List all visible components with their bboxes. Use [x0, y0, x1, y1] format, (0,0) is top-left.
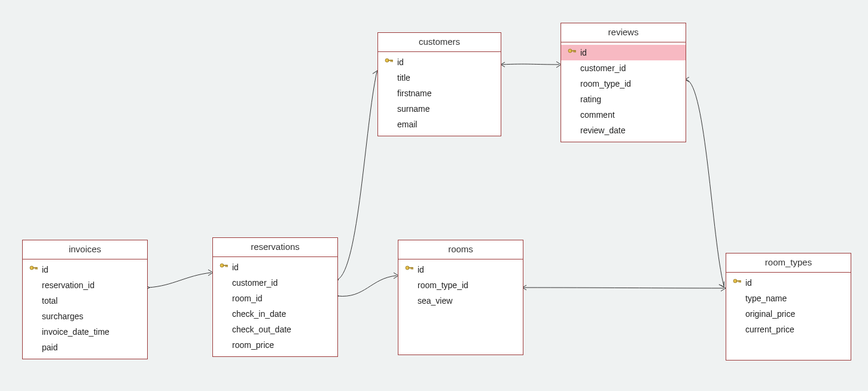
column-row[interactable]: sea_view: [398, 293, 523, 308]
column-name: surname: [395, 102, 430, 115]
key-icon: [566, 48, 578, 57]
column-row[interactable]: id: [213, 259, 337, 275]
column-list: id title firstname surname email: [378, 52, 501, 136]
column-name: id: [743, 276, 752, 289]
column-name: id: [39, 263, 48, 276]
column-name: id: [415, 263, 424, 276]
column-name: surcharges: [39, 310, 83, 323]
column-list: id customer_id room_type_id rating comme…: [561, 42, 686, 142]
table-reservations[interactable]: reservations id customer_id room_id chec…: [212, 237, 338, 357]
column-name: invoice_date_time: [39, 325, 109, 338]
column-name: id: [578, 46, 587, 59]
column-row[interactable]: current_price: [726, 322, 851, 337]
column-name: reservation_id: [39, 279, 95, 292]
column-row[interactable]: id: [23, 262, 147, 277]
column-row[interactable]: room_id: [213, 291, 337, 306]
column-row[interactable]: customer_id: [561, 60, 686, 76]
column-row[interactable]: invoice_date_time: [23, 324, 147, 340]
table-reviews[interactable]: reviews id customer_id room_type_id rati…: [561, 23, 686, 142]
key-icon: [28, 265, 39, 274]
column-name: current_price: [743, 323, 794, 336]
column-name: customer_id: [578, 62, 626, 75]
column-name: total: [39, 294, 57, 307]
column-name: check_out_date: [230, 323, 291, 336]
column-row[interactable]: id: [561, 45, 686, 60]
column-row[interactable]: room_type_id: [561, 76, 686, 91]
column-row[interactable]: room_type_id: [398, 277, 523, 293]
er-diagram-canvas[interactable]: invoices id reservation_id total surchar…: [0, 0, 868, 391]
column-name: email: [395, 118, 417, 131]
column-name: room_price: [230, 338, 274, 352]
column-row[interactable]: original_price: [726, 306, 851, 322]
table-title: reservations: [213, 238, 337, 257]
table-title: reviews: [561, 23, 686, 42]
column-name: id: [230, 261, 239, 274]
key-icon: [731, 279, 743, 287]
column-name: check_in_date: [230, 307, 286, 320]
column-row[interactable]: id: [378, 54, 501, 70]
column-row[interactable]: reservation_id: [23, 277, 147, 293]
column-row[interactable]: surname: [378, 101, 501, 117]
key-icon: [403, 265, 415, 274]
column-name: sea_view: [415, 294, 452, 307]
column-row[interactable]: email: [378, 117, 501, 132]
column-row[interactable]: type_name: [726, 291, 851, 306]
column-row[interactable]: paid: [23, 340, 147, 355]
column-row[interactable]: check_out_date: [213, 322, 337, 337]
column-name: comment: [578, 108, 615, 121]
column-name: rating: [578, 93, 601, 106]
table-room-types[interactable]: room_types id type_name original_price c…: [726, 253, 851, 361]
column-row[interactable]: customer_id: [213, 275, 337, 291]
column-name: title: [395, 71, 410, 84]
column-row[interactable]: comment: [561, 107, 686, 123]
table-title: invoices: [23, 240, 147, 259]
key-icon: [218, 263, 230, 271]
table-title: rooms: [398, 240, 523, 259]
column-name: room_type_id: [578, 77, 631, 90]
column-name: paid: [39, 341, 57, 354]
key-icon: [383, 58, 395, 66]
table-rooms[interactable]: rooms id room_type_id sea_view: [398, 240, 523, 355]
column-name: type_name: [743, 292, 787, 305]
column-row[interactable]: firstname: [378, 85, 501, 101]
column-name: original_price: [743, 307, 795, 320]
table-customers[interactable]: customers id title firstname surname ema…: [377, 32, 501, 136]
column-list: id reservation_id total surcharges invoi…: [23, 259, 147, 359]
column-list: id type_name original_price current_pric…: [726, 273, 851, 341]
column-name: room_id: [230, 292, 263, 305]
column-name: review_date: [578, 124, 626, 137]
column-row[interactable]: review_date: [561, 123, 686, 138]
column-row[interactable]: room_price: [213, 337, 337, 353]
column-name: firstname: [395, 87, 432, 100]
column-row[interactable]: rating: [561, 91, 686, 107]
column-row[interactable]: total: [23, 293, 147, 308]
table-title: room_types: [726, 253, 851, 273]
column-list: id customer_id room_id check_in_date che…: [213, 257, 337, 356]
column-row[interactable]: title: [378, 70, 501, 85]
column-row[interactable]: id: [726, 275, 851, 291]
column-row[interactable]: check_in_date: [213, 306, 337, 322]
table-title: customers: [378, 33, 501, 52]
column-name: customer_id: [230, 276, 278, 289]
column-name: room_type_id: [415, 279, 468, 292]
table-invoices[interactable]: invoices id reservation_id total surchar…: [22, 240, 148, 359]
column-name: id: [395, 56, 404, 69]
column-row[interactable]: surcharges: [23, 308, 147, 324]
column-row[interactable]: id: [398, 262, 523, 277]
column-list: id room_type_id sea_view: [398, 259, 523, 312]
